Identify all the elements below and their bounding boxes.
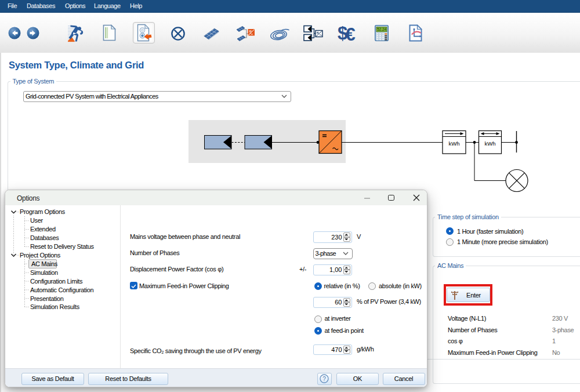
svg-text:52.24: 52.24 <box>377 27 386 31</box>
svg-text:?: ? <box>323 376 327 382</box>
svg-text:kWh: kWh <box>449 140 460 147</box>
svg-text:€: € <box>346 24 356 43</box>
svg-text:kWh: kWh <box>485 140 496 147</box>
